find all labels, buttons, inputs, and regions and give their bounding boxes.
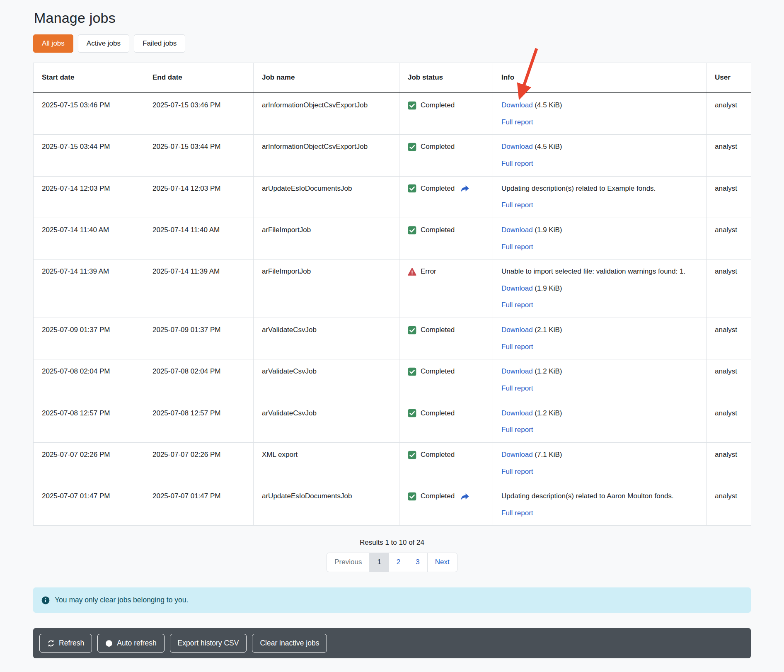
info-download-line: Download (7.1 KiB) bbox=[501, 450, 698, 460]
cell-info: Download (1.9 KiB) Full report bbox=[493, 218, 707, 259]
download-link[interactable]: Download bbox=[501, 409, 533, 417]
check-square-icon bbox=[408, 184, 416, 193]
refresh-icon bbox=[47, 640, 55, 647]
cell-user: analyst bbox=[707, 359, 751, 401]
download-link[interactable]: Download bbox=[501, 451, 533, 459]
status-label: Error bbox=[421, 267, 436, 277]
cell-info: Updating description(s) related to Aaron… bbox=[493, 484, 707, 526]
pagination: Previous 1 2 3 Next bbox=[33, 553, 751, 572]
full-report-link[interactable]: Full report bbox=[501, 468, 533, 475]
bottom-toolbar: Refresh Auto refresh Export history CSV … bbox=[33, 628, 751, 658]
col-header-end-date: End date bbox=[144, 63, 254, 93]
full-report-link[interactable]: Full report bbox=[501, 243, 533, 251]
full-report-link[interactable]: Full report bbox=[501, 384, 533, 392]
clear-inactive-jobs-button[interactable]: Clear inactive jobs bbox=[252, 634, 327, 653]
info-download-line: Download (2.1 KiB) bbox=[501, 325, 698, 335]
download-size: (4.5 KiB) bbox=[535, 143, 562, 150]
cell-info: Download (4.5 KiB) Full report bbox=[493, 93, 707, 135]
download-size: (1.2 KiB) bbox=[535, 367, 562, 375]
cell-job-status: Completed bbox=[399, 442, 493, 484]
full-report-link[interactable]: Full report bbox=[501, 509, 533, 517]
cell-start-date: 2025-07-08 02:04 PM bbox=[34, 359, 144, 401]
download-size: (1.9 KiB) bbox=[535, 226, 562, 234]
status-label: Completed bbox=[421, 408, 455, 419]
tab-failed-jobs[interactable]: Failed jobs bbox=[134, 34, 185, 53]
download-size: (7.1 KiB) bbox=[535, 451, 562, 459]
info-alert: You may only clear jobs belonging to you… bbox=[33, 587, 751, 613]
previous-button[interactable]: Previous bbox=[327, 553, 370, 572]
cell-user: analyst bbox=[707, 93, 751, 135]
cell-job-name: arFileImportJob bbox=[254, 260, 399, 318]
cell-end-date: 2025-07-07 01:47 PM bbox=[144, 484, 254, 526]
cell-job-name: arUpdateEsIoDocumentsJob bbox=[254, 176, 399, 218]
jobs-table: Start date End date Job name Job status … bbox=[33, 63, 751, 526]
page-1-button[interactable]: 1 bbox=[370, 553, 389, 572]
cell-job-name: arValidateCsvJob bbox=[254, 401, 399, 442]
download-link[interactable]: Download bbox=[501, 284, 533, 292]
cell-info: Unable to import selected file: validati… bbox=[493, 260, 707, 318]
info-download-line: Download (4.5 KiB) bbox=[501, 100, 698, 111]
results-summary: Results 1 to 10 of 24 bbox=[33, 539, 751, 547]
download-link[interactable]: Download bbox=[501, 226, 533, 234]
tab-active-jobs[interactable]: Active jobs bbox=[78, 34, 129, 53]
info-download-line: Download (1.9 KiB) bbox=[501, 225, 698, 235]
full-report-link[interactable]: Full report bbox=[501, 343, 533, 351]
redirect-arrow-icon bbox=[460, 492, 469, 501]
cell-job-status: Completed bbox=[399, 318, 493, 359]
table-row: 2025-07-14 12:03 PM 2025-07-14 12:03 PM … bbox=[34, 176, 751, 218]
download-size: (2.1 KiB) bbox=[535, 326, 562, 334]
cell-user: analyst bbox=[707, 318, 751, 359]
cell-job-name: arInformationObjectCsvExportJob bbox=[254, 135, 399, 176]
cell-job-name: XML export bbox=[254, 442, 399, 484]
refresh-button[interactable]: Refresh bbox=[39, 634, 92, 653]
auto-refresh-button[interactable]: Auto refresh bbox=[97, 634, 164, 653]
full-report-link[interactable]: Full report bbox=[501, 426, 533, 434]
info-note: Updating description(s) related to Examp… bbox=[501, 184, 698, 194]
table-row: 2025-07-08 02:04 PM 2025-07-08 02:04 PM … bbox=[34, 359, 751, 401]
status-label: Completed bbox=[421, 491, 455, 502]
info-download-line: Download (1.9 KiB) bbox=[501, 284, 698, 294]
cell-job-status: Completed bbox=[399, 93, 493, 135]
cell-job-status: Completed bbox=[399, 401, 493, 442]
download-link[interactable]: Download bbox=[501, 143, 533, 150]
cell-info: Download (4.5 KiB) Full report bbox=[493, 135, 707, 176]
info-circle-icon bbox=[41, 596, 50, 604]
error-triangle-icon bbox=[408, 267, 416, 276]
info-download-line: Download (1.2 KiB) bbox=[501, 408, 698, 419]
check-square-icon bbox=[408, 101, 416, 110]
download-link[interactable]: Download bbox=[501, 101, 533, 109]
download-link[interactable]: Download bbox=[501, 367, 533, 375]
cell-start-date: 2025-07-14 11:40 AM bbox=[34, 218, 144, 259]
filled-circle-icon bbox=[105, 640, 113, 647]
cell-start-date: 2025-07-09 01:37 PM bbox=[34, 318, 144, 359]
check-square-icon bbox=[408, 226, 416, 235]
check-square-icon bbox=[408, 492, 416, 501]
table-row: 2025-07-15 03:44 PM 2025-07-15 03:44 PM … bbox=[34, 135, 751, 176]
full-report-link[interactable]: Full report bbox=[501, 201, 533, 209]
page-2-button[interactable]: 2 bbox=[389, 553, 408, 572]
table-header-row: Start date End date Job name Job status … bbox=[34, 63, 751, 93]
status-label: Completed bbox=[421, 100, 455, 111]
cell-end-date: 2025-07-08 12:57 PM bbox=[144, 401, 254, 442]
cell-end-date: 2025-07-08 02:04 PM bbox=[144, 359, 254, 401]
cell-start-date: 2025-07-08 12:57 PM bbox=[34, 401, 144, 442]
cell-end-date: 2025-07-14 11:39 AM bbox=[144, 260, 254, 318]
full-report-link[interactable]: Full report bbox=[501, 118, 533, 126]
full-report-link[interactable]: Full report bbox=[501, 160, 533, 167]
full-report-link[interactable]: Full report bbox=[501, 301, 533, 309]
alert-text: You may only clear jobs belonging to you… bbox=[55, 595, 188, 605]
next-button[interactable]: Next bbox=[428, 553, 457, 572]
page-3-button[interactable]: 3 bbox=[408, 553, 427, 572]
cell-job-status: Error bbox=[399, 260, 493, 318]
download-link[interactable]: Download bbox=[501, 326, 533, 334]
check-square-icon bbox=[408, 143, 416, 151]
tab-all-jobs[interactable]: All jobs bbox=[33, 34, 73, 53]
cell-end-date: 2025-07-07 02:26 PM bbox=[144, 442, 254, 484]
export-history-csv-button[interactable]: Export history CSV bbox=[170, 634, 247, 653]
status-label: Completed bbox=[421, 450, 455, 460]
table-row: 2025-07-15 03:46 PM 2025-07-15 03:46 PM … bbox=[34, 93, 751, 135]
cell-user: analyst bbox=[707, 442, 751, 484]
cell-info: Updating description(s) related to Examp… bbox=[493, 176, 707, 218]
cell-user: analyst bbox=[707, 484, 751, 526]
cell-info: Download (7.1 KiB) Full report bbox=[493, 442, 707, 484]
